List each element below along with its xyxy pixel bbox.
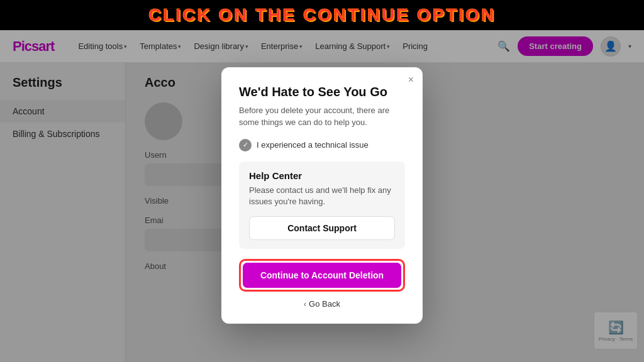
chevron-left-icon: ‹	[304, 300, 306, 309]
checkbox-row[interactable]: ✓ I experienced a technical issue	[239, 139, 405, 151]
continue-btn-wrapper: Continue to Account Deletion	[239, 259, 405, 292]
modal-subtitle: Before you delete your account, there ar…	[239, 104, 405, 129]
checkbox-label: I experienced a technical issue	[257, 140, 369, 150]
checkbox-icon: ✓	[239, 139, 252, 151]
annotation-bar: CLICK ON THE CONTINUE OPTION	[0, 0, 644, 30]
modal-overlay: × We'd Hate to See You Go Before you del…	[0, 29, 644, 362]
continue-to-deletion-button[interactable]: Continue to Account Deletion	[243, 263, 401, 288]
go-back-row[interactable]: ‹ Go Back	[239, 299, 405, 309]
go-back-label: Go Back	[309, 299, 340, 309]
help-center-title: Help Center	[249, 170, 395, 181]
contact-support-button[interactable]: Contact Support	[249, 216, 395, 240]
modal-close-button[interactable]: ×	[408, 75, 414, 85]
help-center-text: Please contact us and we'll help fix any…	[249, 185, 395, 207]
modal-title: We'd Hate to See You Go	[239, 85, 405, 99]
modal: × We'd Hate to See You Go Before you del…	[221, 67, 423, 324]
help-center-box: Help Center Please contact us and we'll …	[239, 162, 405, 249]
